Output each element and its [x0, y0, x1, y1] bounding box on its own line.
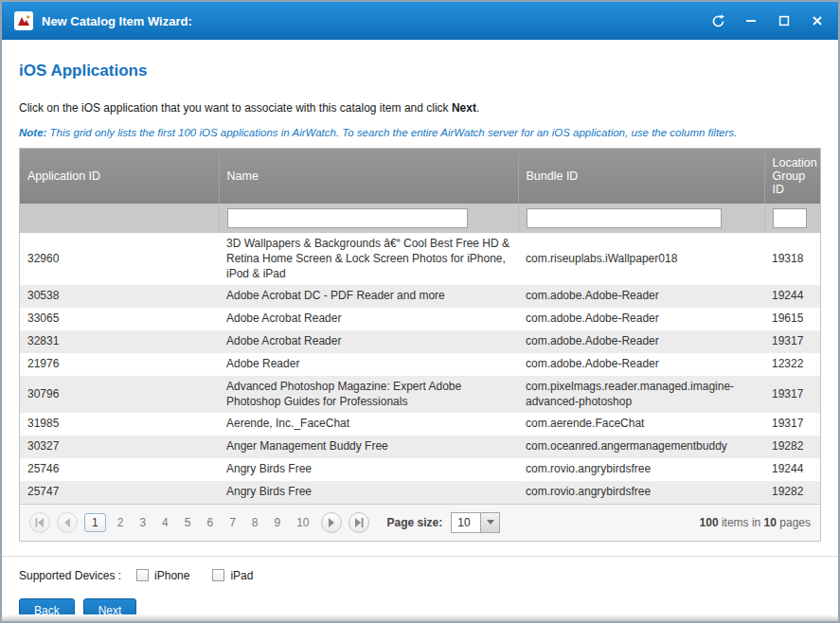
page-number-5[interactable]: 5	[180, 514, 196, 531]
bundle-id-cell: com.rovio.angrybirdsfree	[518, 458, 764, 481]
application-name-cell: 3D Wallpapers & Backgrounds â€“ Cool Bes…	[219, 233, 518, 285]
page-number-10[interactable]: 10	[292, 514, 313, 531]
applications-table: Application ID Name Bundle ID Location G…	[20, 149, 820, 504]
last-page-button[interactable]	[349, 512, 369, 533]
application-row[interactable]: 25746 Angry Birds Free com.rovio.angrybi…	[20, 458, 820, 481]
header-row: Application ID Name Bundle ID Location G…	[20, 149, 820, 204]
application-id-cell: 32960	[20, 233, 219, 285]
location-group-id-cell: 19615	[764, 308, 820, 330]
application-name-cell: Adobe Acrobat DC - PDF Reader and more	[219, 285, 518, 308]
application-id-cell: 21976	[20, 353, 219, 376]
iphone-checkbox-label: iPhone	[154, 569, 189, 582]
refresh-icon[interactable]	[709, 12, 726, 29]
iphone-checkbox-box[interactable]	[136, 569, 149, 581]
page-title: iOS Applications	[19, 62, 821, 80]
titlebar: New Catalog Item Wizard:	[2, 2, 838, 40]
application-row[interactable]: 21976 Adobe Reader com.adobe.Adobe-Reade…	[20, 353, 820, 376]
page-number-7[interactable]: 7	[224, 514, 241, 531]
back-button[interactable]: Back	[19, 598, 75, 623]
bundle-id-cell: com.rovio.angrybirdsfree	[518, 481, 764, 504]
instruction-text: Click on the iOS application that you wa…	[19, 101, 821, 115]
maximize-button[interactable]	[776, 12, 793, 29]
application-row[interactable]: 30796 Advanced Photoshop Magazine: Exper…	[20, 376, 820, 414]
previous-page-icon	[63, 518, 71, 527]
name-filter-input[interactable]	[227, 208, 468, 228]
application-id-filter-cell	[20, 204, 219, 233]
page-size-label: Page size:	[387, 516, 443, 529]
application-name-cell: Angry Birds Free	[219, 458, 518, 481]
note-body: This grid only lists the first 100 iOS a…	[46, 127, 737, 138]
next-button[interactable]: Next	[83, 598, 137, 623]
column-header-name[interactable]: Name	[219, 149, 518, 204]
page-number-9[interactable]: 9	[270, 514, 286, 531]
location-group-id-filter-input[interactable]	[773, 208, 807, 228]
ipad-checkbox-label: iPad	[230, 569, 253, 582]
application-row[interactable]: 30327 Anger Management Buddy Free com.oc…	[20, 436, 820, 458]
page-size-select[interactable]: 10	[451, 512, 500, 533]
footer-divider	[2, 556, 838, 557]
location-group-id-cell: 19318	[764, 233, 820, 285]
application-id-cell: 30796	[20, 376, 219, 414]
minimize-button[interactable]	[742, 12, 760, 29]
application-row[interactable]: 32960 3D Wallpapers & Backgrounds â€“ Co…	[20, 233, 820, 285]
application-name-cell: Advanced Photoshop Magazine: Expert Adob…	[219, 376, 518, 414]
application-name-cell: Angry Birds Free	[219, 481, 518, 504]
previous-page-button[interactable]	[57, 512, 78, 533]
application-name-cell: Anger Management Buddy Free	[219, 436, 518, 458]
application-row[interactable]: 32831 Adobe Acrobat Reader com.adobe.Ado…	[20, 330, 820, 353]
bundle-id-cell: com.adobe.Adobe-Reader	[518, 285, 764, 308]
grid-pager: 1 2 3 4 5 6 7 8 9 10 Page size: 10	[20, 504, 820, 541]
location-group-id-cell: 19317	[764, 413, 820, 436]
application-id-cell: 25746	[20, 458, 219, 481]
instruction-prefix: Click on the iOS application that you wa…	[19, 101, 452, 115]
next-page-button[interactable]	[321, 512, 342, 533]
chevron-down-icon[interactable]	[481, 512, 500, 533]
ipad-checkbox[interactable]: iPad	[212, 569, 253, 582]
bundle-id-cell: com.aerende.FaceChat	[518, 413, 764, 436]
location-group-id-cell: 19317	[764, 330, 820, 353]
application-row[interactable]: 25747 Angry Birds Free com.rovio.angrybi…	[20, 481, 820, 504]
page-number-8[interactable]: 8	[247, 514, 263, 531]
instruction-suffix: .	[476, 101, 479, 115]
location-group-id-cell: 19282	[764, 436, 820, 458]
iphone-checkbox[interactable]: iPhone	[136, 569, 189, 582]
note-text: Note: This grid only lists the first 100…	[19, 127, 821, 138]
page-number-2[interactable]: 2	[113, 514, 129, 531]
first-page-button[interactable]	[29, 512, 50, 533]
bundle-id-cell: com.adobe.Adobe-Reader	[518, 330, 764, 353]
note-label: Note:	[19, 127, 46, 138]
page-number-3[interactable]: 3	[134, 514, 151, 531]
column-header-application-id[interactable]: Application ID	[20, 149, 219, 204]
instruction-next-keyword: Next	[452, 101, 476, 115]
application-id-cell: 25747	[20, 481, 219, 504]
application-row[interactable]: 31985 Aerende, Inc._FaceChat com.aerende…	[20, 413, 820, 436]
location-group-id-cell: 19317	[764, 376, 820, 414]
bundle-id-cell: com.pixelmags.reader.managed.imagine-adv…	[518, 376, 764, 414]
airwatch-logo-icon	[14, 11, 33, 30]
summary-text: items in	[719, 516, 764, 529]
last-page-icon	[354, 518, 364, 527]
ipad-checkbox-box[interactable]	[212, 569, 224, 581]
application-row[interactable]: 33065 Adobe Acrobat Reader com.adobe.Ado…	[20, 308, 820, 330]
page-number-4[interactable]: 4	[157, 514, 173, 531]
bundle-id-filter-input[interactable]	[527, 208, 723, 228]
page-number-1[interactable]: 1	[84, 513, 106, 532]
application-row[interactable]: 30538 Adobe Acrobat DC - PDF Reader and …	[20, 285, 820, 308]
pager-summary: 100 items in 10 pages	[700, 516, 811, 529]
window-title: New Catalog Item Wizard:	[42, 14, 192, 28]
column-header-bundle-id[interactable]: Bundle ID	[518, 149, 764, 204]
applications-grid: Application ID Name Bundle ID Location G…	[19, 148, 821, 542]
bundle-id-cell: com.riseuplabs.iWallpaper018	[518, 233, 764, 285]
location-group-id-cell: 19244	[764, 285, 820, 308]
close-button[interactable]	[809, 12, 826, 29]
location-group-id-cell: 19244	[764, 458, 820, 481]
supported-devices-row: Supported Devices : iPhone iPad	[19, 569, 821, 582]
page-number-6[interactable]: 6	[202, 514, 218, 531]
column-header-location-group-id[interactable]: Location Group ID	[764, 149, 820, 204]
application-name-cell: Aerende, Inc._FaceChat	[219, 413, 518, 436]
next-page-icon	[328, 518, 335, 527]
application-id-cell: 33065	[20, 308, 219, 330]
window-controls	[709, 12, 826, 29]
application-id-cell: 30538	[20, 285, 219, 308]
filter-row	[20, 204, 820, 233]
